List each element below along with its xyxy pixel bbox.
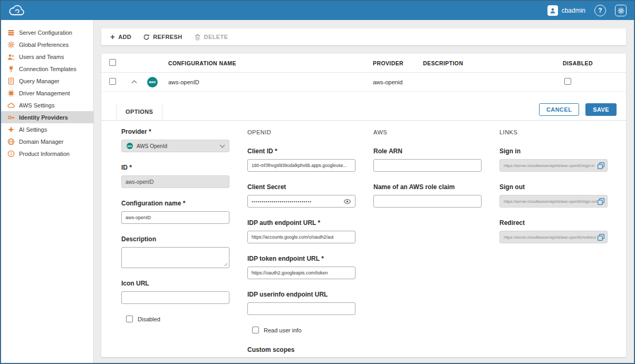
sidebar-item-server-configuration[interactable]: Server Configuration bbox=[1, 26, 93, 38]
sign-in-url-field: https://server.cloudbeaver/api/id/aws-op… bbox=[499, 159, 608, 172]
sidebar-item-domain-manager[interactable]: Domain Manager bbox=[1, 135, 93, 147]
sidebar-item-label: Global Preferences bbox=[19, 42, 69, 48]
column-header-provider[interactable]: PROVIDER bbox=[366, 60, 416, 66]
tab-options[interactable]: OPTIONS bbox=[116, 104, 162, 120]
column-header-description[interactable]: DESCRIPTION bbox=[416, 60, 556, 66]
sidebar-item-users-and-teams[interactable]: Users and Teams bbox=[1, 51, 93, 63]
copy-icon[interactable] bbox=[597, 162, 605, 170]
editor-actions: CANCEL SAVE bbox=[539, 103, 617, 116]
cancel-button[interactable]: CANCEL bbox=[539, 103, 579, 116]
description-label: Description bbox=[121, 235, 229, 243]
user-name: cbadmin bbox=[562, 7, 585, 14]
plus-icon: + bbox=[110, 33, 115, 41]
row-configuration-name: aws-openID bbox=[161, 79, 366, 85]
sign-out-url-value: https://server.cloudbeaver/api/id/aws-op… bbox=[504, 199, 603, 204]
refresh-button[interactable]: REFRESH bbox=[137, 28, 188, 45]
idp-userinfo-endpoint-field[interactable] bbox=[247, 302, 355, 315]
provider-select-value: AWS OpenId bbox=[137, 143, 167, 149]
user-menu[interactable]: cbadmin bbox=[547, 5, 585, 16]
form-column-openid: OPENID Client ID * 180-mf3fnvgsl939odalk… bbox=[247, 128, 355, 353]
id-field: aws-openID bbox=[121, 175, 229, 188]
show-password-eye-icon[interactable] bbox=[343, 198, 351, 205]
cloudbeaver-logo-icon[interactable] bbox=[8, 5, 26, 16]
refresh-button-label: REFRESH bbox=[153, 34, 182, 40]
idp-auth-endpoint-label: IDP auth endpoint URL * bbox=[247, 219, 355, 227]
read-user-info-checkbox[interactable] bbox=[252, 327, 259, 333]
sidebar-item-label: Identity Providers bbox=[19, 114, 68, 121]
client-secret-label: Client Secret bbox=[247, 183, 355, 191]
identity-providers-panel: CONFIGURATION NAME PROVIDER DESCRIPTION … bbox=[101, 54, 626, 357]
main-content: + ADD REFRESH bbox=[94, 20, 634, 363]
column-header-configuration-name[interactable]: CONFIGURATION NAME bbox=[161, 60, 366, 66]
sidebar-item-driver-management[interactable]: Driver Management bbox=[1, 87, 93, 99]
provider-select[interactable]: aws AWS OpenId bbox=[121, 140, 229, 152]
client-secret-field[interactable]: •••••••••••••••••••••••••••••• bbox=[247, 195, 355, 208]
disabled-checkbox-label: Disabled bbox=[138, 316, 160, 322]
sidebar-item-label: Product Information bbox=[19, 151, 70, 157]
disabled-checkbox-row[interactable]: Disabled bbox=[126, 316, 229, 322]
chevron-down-icon bbox=[220, 142, 225, 147]
collapse-row-chevron-icon[interactable] bbox=[131, 80, 137, 85]
links-section-title: LINKS bbox=[499, 129, 608, 136]
id-label: ID * bbox=[121, 164, 229, 171]
users-and-teams-icon bbox=[7, 53, 15, 61]
sidebar-item-identity-providers[interactable]: Identity Providers bbox=[1, 111, 93, 123]
description-field[interactable] bbox=[121, 247, 229, 268]
provider-badge-icon: aws bbox=[147, 77, 158, 87]
sign-out-label: Sign out bbox=[499, 183, 608, 191]
client-id-field[interactable]: 180-mf3fnvgsl939odalkphv6b.apps.googleus… bbox=[247, 159, 355, 172]
table-row[interactable]: aws aws-openID aws-openid bbox=[101, 73, 626, 92]
custom-scopes-label: Custom scopes bbox=[247, 346, 355, 353]
row-checkbox[interactable] bbox=[109, 78, 116, 85]
copy-icon[interactable] bbox=[597, 233, 605, 241]
aws-settings-icon bbox=[7, 102, 15, 109]
read-user-info-checkbox-row[interactable]: Read user info bbox=[252, 327, 355, 333]
toolbar: + ADD REFRESH bbox=[101, 28, 626, 45]
column-header-disabled[interactable]: DISABLED bbox=[556, 60, 626, 66]
configuration-name-value: aws-openID bbox=[126, 215, 151, 220]
idp-token-endpoint-label: IDP token endpoint URL * bbox=[247, 255, 355, 262]
sidebar-item-product-information[interactable]: Product Information bbox=[1, 147, 93, 160]
role-claim-field[interactable] bbox=[373, 195, 482, 208]
sidebar-item-connection-templates[interactable]: Connection Templates bbox=[1, 63, 93, 75]
form-column-links: LINKS Sign in https://server.cloudbeaver… bbox=[499, 128, 608, 353]
editor-form: Provider * aws AWS OpenId ID * bbox=[101, 121, 626, 357]
settings-button[interactable] bbox=[615, 5, 627, 16]
redirect-url-value: https://server.cloudbeaver/api/id/aws-op… bbox=[504, 235, 603, 240]
resize-handle-icon[interactable] bbox=[224, 262, 228, 267]
connection-templates-icon bbox=[7, 65, 15, 73]
driver-management-icon bbox=[7, 90, 15, 97]
copy-icon[interactable] bbox=[597, 198, 605, 205]
settings-gear-icon bbox=[618, 7, 624, 14]
sidebar-item-label: Query Manager bbox=[19, 78, 59, 84]
role-arn-field[interactable] bbox=[373, 159, 482, 172]
sidebar-item-global-preferences[interactable]: Global Preferences bbox=[1, 38, 93, 51]
idp-userinfo-endpoint-label: IDP userinfo endpoint URL bbox=[247, 291, 355, 298]
sidebar-item-ai-settings[interactable]: AI Settings bbox=[1, 123, 93, 135]
idp-auth-endpoint-field[interactable]: https://accounts.google.com/o/oauth2/aut bbox=[247, 231, 355, 243]
delete-button[interactable]: DELETE bbox=[188, 28, 234, 45]
add-button[interactable]: + ADD bbox=[104, 28, 137, 45]
sidebar-item-query-manager[interactable]: Query Manager bbox=[1, 75, 93, 87]
row-editor: OPTIONS CANCEL SAVE Provider * bbox=[101, 92, 626, 357]
configuration-name-field[interactable]: aws-openID bbox=[121, 211, 229, 224]
sign-in-label: Sign in bbox=[499, 147, 608, 155]
sidebar-item-label: AWS Settings bbox=[19, 102, 54, 109]
disabled-checkbox[interactable] bbox=[126, 316, 133, 322]
help-button[interactable]: ? bbox=[594, 5, 606, 16]
client-id-value: 180-mf3fnvgsl939odalkphv6b.apps.googleus… bbox=[252, 163, 347, 168]
row-disabled-checkbox[interactable] bbox=[564, 78, 571, 85]
idp-token-endpoint-field[interactable]: https://oauth2.googleapis.com/token bbox=[247, 267, 355, 279]
row-provider: aws-openid bbox=[366, 79, 416, 85]
sidebar-item-aws-settings[interactable]: AWS Settings bbox=[1, 99, 93, 111]
ai-settings-icon bbox=[7, 126, 15, 133]
save-button[interactable]: SAVE bbox=[585, 103, 617, 116]
select-all-checkbox[interactable] bbox=[109, 59, 116, 66]
refresh-icon bbox=[143, 34, 150, 41]
configuration-name-label: Configuration name * bbox=[121, 200, 229, 207]
delete-button-label: DELETE bbox=[204, 34, 228, 40]
client-id-label: Client ID * bbox=[247, 147, 355, 155]
identity-providers-icon bbox=[7, 114, 15, 121]
icon-url-field[interactable] bbox=[121, 291, 229, 304]
provider-option-icon: aws bbox=[127, 143, 133, 149]
